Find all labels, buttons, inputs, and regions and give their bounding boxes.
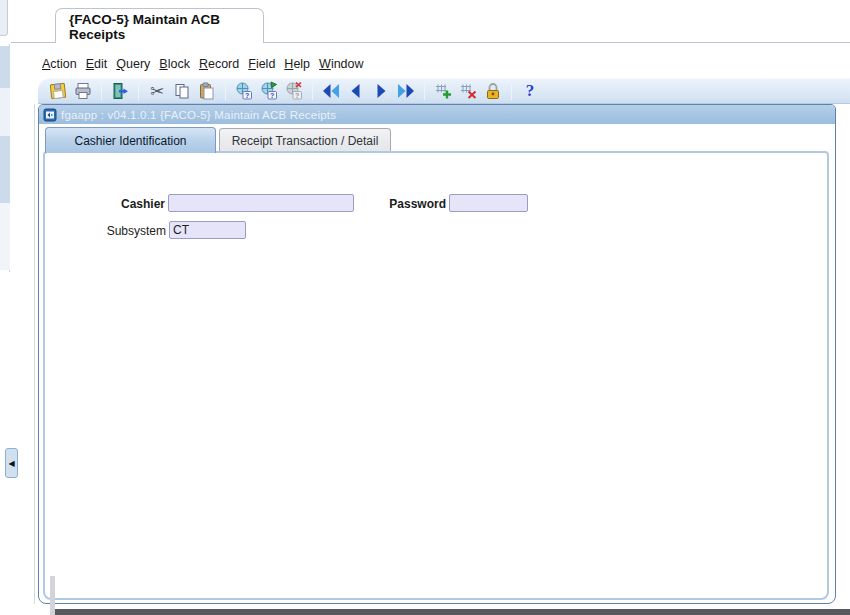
subsystem-label: Subsystem (90, 224, 166, 238)
menu-item-action[interactable]: Action (42, 57, 77, 73)
toolbar-separator (225, 83, 226, 100)
toolbar-separator (138, 83, 139, 100)
cashier-label: Cashier (65, 197, 165, 211)
copy-icon[interactable] (171, 80, 193, 102)
paste-icon[interactable] (196, 80, 218, 102)
collapse-arrow-icon: ◀ (8, 459, 14, 468)
svg-text:?: ? (245, 92, 249, 99)
window-edge-line (34, 104, 35, 604)
remove-record-icon[interactable] (457, 80, 479, 102)
execute-query-icon[interactable]: ? (258, 80, 280, 102)
partial-adjacent-tab (0, 0, 8, 36)
toolbar-separator (511, 83, 512, 100)
menu-item-window[interactable]: Window (319, 57, 363, 73)
side-panel-segment (0, 136, 10, 203)
lock-record-icon[interactable] (482, 80, 504, 102)
side-panel-segment (0, 203, 10, 270)
browser-tab-title: {FACO-5} Maintain ACB Receipts (69, 12, 263, 42)
svg-text:?: ? (295, 92, 299, 99)
password-input[interactable] (449, 194, 528, 212)
application-screen: {FACO-5} Maintain ACB Receipts Action Ed… (0, 0, 850, 615)
insert-record-icon[interactable] (432, 80, 454, 102)
enter-query-icon[interactable]: ? (233, 80, 255, 102)
cancel-query-icon[interactable]: ? (283, 80, 305, 102)
toolbar: ✂ ? ? ? ? (38, 78, 850, 104)
toolbar-separator (424, 83, 425, 100)
help-icon[interactable]: ? (519, 80, 541, 102)
tab-cashier-identification[interactable]: Cashier Identification (45, 127, 216, 153)
bottom-scrollbar-edge[interactable] (55, 609, 850, 615)
form-canvas: Cashier Password Subsystem (43, 151, 829, 600)
side-panel-segment (0, 88, 10, 136)
svg-text:?: ? (270, 92, 274, 99)
previous-block-icon[interactable] (320, 80, 342, 102)
exit-icon[interactable] (109, 80, 131, 102)
menu-item-field[interactable]: Field (248, 57, 275, 73)
toolbar-separator (101, 83, 102, 100)
menu-item-query[interactable]: Query (116, 57, 150, 73)
form-window: fgaapp : v04.1.0.1 {FACO-5} Maintain ACB… (38, 104, 836, 604)
toolbar-separator (312, 83, 313, 100)
cut-icon[interactable]: ✂ (146, 80, 168, 102)
menu-bar: Action Edit Query Block Record Field Hel… (42, 57, 364, 73)
menu-item-edit[interactable]: Edit (86, 57, 108, 73)
next-block-icon[interactable] (395, 80, 417, 102)
cashier-input[interactable] (168, 194, 354, 212)
collapse-panel-button[interactable]: ◀ (5, 448, 18, 478)
next-record-icon[interactable] (370, 80, 392, 102)
tab-receipt-transaction-detail[interactable]: Receipt Transaction / Detail (219, 128, 391, 153)
window-title: fgaapp : v04.1.0.1 {FACO-5} Maintain ACB… (61, 109, 336, 121)
print-icon[interactable] (72, 80, 94, 102)
browser-tab[interactable]: {FACO-5} Maintain ACB Receipts (55, 8, 264, 43)
collapsed-side-panel (0, 44, 10, 272)
window-title-bar[interactable]: fgaapp : v04.1.0.1 {FACO-5} Maintain ACB… (39, 105, 835, 124)
subsystem-input[interactable] (169, 221, 246, 239)
menu-item-help[interactable]: Help (284, 57, 310, 73)
previous-record-icon[interactable] (345, 80, 367, 102)
menu-item-record[interactable]: Record (199, 57, 239, 73)
side-panel-segment (0, 46, 10, 88)
form-tabs: Receipt Transaction / Detail Cashier Ide… (39, 124, 835, 153)
menu-item-block[interactable]: Block (159, 57, 190, 73)
password-label: Password (380, 197, 446, 211)
save-icon[interactable] (47, 80, 69, 102)
form-window-icon (43, 108, 57, 122)
